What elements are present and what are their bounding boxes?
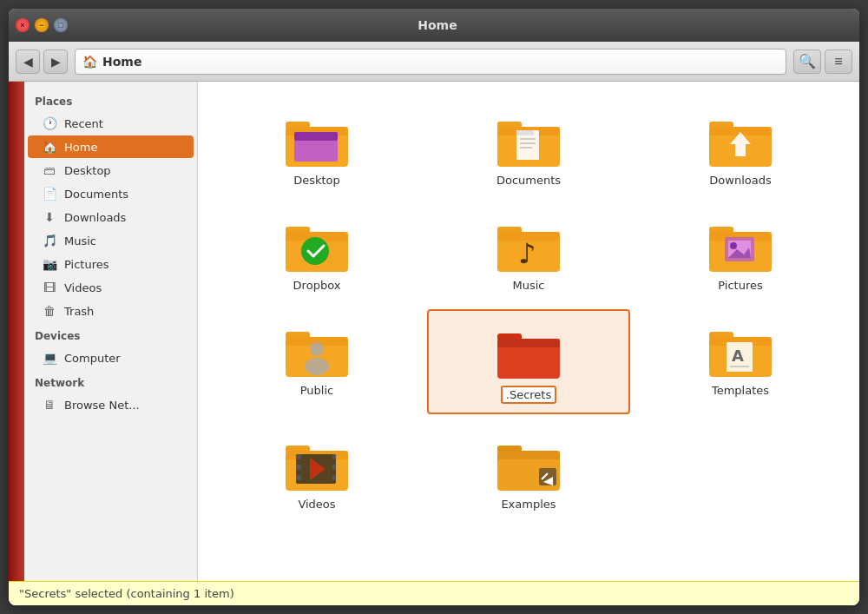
sidebar-item-pictures[interactable]: 📷 Pictures (28, 253, 194, 275)
menu-button[interactable]: ≡ (825, 50, 852, 74)
examples-folder-icon (494, 432, 563, 492)
secrets-folder-label[interactable]: .Secrets (501, 386, 556, 404)
svg-rect-55 (332, 475, 336, 480)
sidebar-label-browse-network: Browse Net... (64, 399, 140, 412)
documents-folder-icon (494, 108, 563, 168)
desktop-icon: 🗃 (42, 163, 57, 177)
svg-rect-51 (296, 465, 301, 470)
sidebar-label-downloads: Downloads (64, 211, 126, 224)
svg-rect-54 (332, 465, 336, 470)
pictures-folder-label: Pictures (718, 279, 762, 292)
sidebar-label-videos: Videos (64, 281, 102, 294)
pictures-folder-icon (706, 213, 775, 274)
file-item-downloads[interactable]: Downloads (639, 99, 842, 195)
videos-sidebar-icon: 🎞 (42, 281, 57, 294)
file-manager-window: × − □ Home ◀ ▶ 🏠 Home 🔍 ≡ Places 🕐 Recen… (9, 9, 859, 605)
sidebar-item-documents[interactable]: 📄 Documents (28, 182, 194, 205)
secrets-folder-icon (494, 320, 563, 380)
file-item-music[interactable]: ♪ Music (427, 204, 630, 300)
sidebar-label-computer: Computer (64, 352, 121, 365)
file-item-desktop[interactable]: Desktop (215, 99, 418, 195)
file-item-dropbox[interactable]: Dropbox (215, 204, 418, 300)
file-item-documents[interactable]: Documents (427, 99, 630, 195)
sidebar-label-desktop: Desktop (64, 164, 111, 177)
left-accent-bar (9, 82, 24, 581)
public-folder-icon (282, 318, 352, 379)
public-folder-label: Public (300, 384, 333, 397)
forward-button[interactable]: ▶ (43, 50, 68, 74)
search-button[interactable]: 🔍 (793, 50, 821, 74)
sidebar-item-videos[interactable]: 🎞 Videos (28, 276, 194, 299)
home-sidebar-icon: 🏠 (42, 140, 57, 154)
svg-rect-9 (516, 130, 534, 135)
downloads-folder-icon (706, 108, 775, 168)
music-folder-icon: ♪ (494, 213, 563, 274)
videos-folder-icon (282, 432, 352, 492)
music-icon: 🎵 (42, 234, 57, 248)
file-item-secrets[interactable]: .Secrets (427, 309, 630, 414)
svg-rect-53 (332, 454, 336, 459)
svg-point-20 (301, 237, 329, 265)
svg-text:A: A (732, 347, 744, 365)
file-item-templates[interactable]: A Templates (639, 309, 842, 414)
sidebar-label-pictures: Pictures (64, 258, 108, 271)
sidebar: Places 🕐 Recent 🏠 Home 🗃 Desktop 📄 Docum… (24, 82, 198, 581)
home-icon: 🏠 (82, 55, 97, 69)
file-item-pictures[interactable]: Pictures (639, 204, 842, 300)
music-folder-label: Music (513, 279, 545, 292)
sidebar-label-music: Music (64, 234, 96, 248)
sidebar-label-recent: Recent (64, 117, 103, 130)
downloads-folder-label: Downloads (709, 174, 771, 187)
file-item-public[interactable]: Public (215, 309, 418, 414)
downloads-icon: ⬇ (42, 210, 57, 224)
svg-point-35 (310, 342, 324, 356)
window-title: Home (23, 18, 852, 32)
documents-icon: 📄 (42, 187, 57, 201)
sidebar-label-documents: Documents (64, 188, 128, 201)
documents-folder-label: Documents (496, 174, 561, 187)
svg-rect-52 (296, 475, 301, 480)
content-area[interactable]: Desktop (198, 82, 859, 581)
videos-folder-label: Videos (298, 498, 335, 511)
templates-folder-icon: A (706, 318, 775, 379)
recent-icon: 🕐 (42, 116, 57, 130)
dropbox-folder-icon (282, 213, 352, 274)
sidebar-item-trash[interactable]: 🗑 Trash (28, 300, 194, 322)
sidebar-item-music[interactable]: 🎵 Music (28, 229, 194, 252)
statusbar: "Secrets" selected (containing 1 item) (9, 581, 859, 605)
svg-rect-59 (497, 451, 560, 459)
sidebar-item-home[interactable]: 🏠 Home (28, 135, 194, 158)
location-text: Home (102, 55, 141, 69)
sidebar-item-browse-network[interactable]: 🖥 Browse Net... (28, 393, 194, 416)
svg-point-36 (305, 358, 329, 375)
computer-icon: 💻 (42, 351, 57, 365)
pictures-icon: 📷 (42, 257, 57, 271)
back-button[interactable]: ◀ (16, 50, 40, 74)
dropbox-folder-label: Dropbox (293, 279, 341, 292)
examples-folder-label: Examples (501, 498, 556, 511)
status-text: "Secrets" selected (containing 1 item) (19, 587, 234, 600)
desktop-folder-label: Desktop (293, 174, 340, 187)
svg-rect-4 (294, 132, 338, 141)
svg-point-30 (730, 242, 737, 249)
network-header: Network (24, 370, 197, 393)
file-item-examples[interactable]: Examples (427, 423, 630, 519)
svg-rect-50 (296, 454, 301, 459)
sidebar-item-recent[interactable]: 🕐 Recent (28, 112, 194, 135)
titlebar: × − □ Home (9, 9, 859, 42)
templates-folder-label: Templates (712, 384, 769, 397)
sidebar-item-desktop[interactable]: 🗃 Desktop (28, 159, 194, 182)
file-item-videos[interactable]: Videos (215, 423, 418, 519)
network-icon: 🖥 (42, 398, 57, 412)
toolbar: ◀ ▶ 🏠 Home 🔍 ≡ (9, 42, 859, 82)
sidebar-item-downloads[interactable]: ⬇ Downloads (28, 206, 194, 228)
main-area: Places 🕐 Recent 🏠 Home 🗃 Desktop 📄 Docum… (9, 82, 859, 581)
desktop-folder-icon (282, 108, 352, 168)
sidebar-item-computer[interactable]: 💻 Computer (28, 347, 194, 369)
file-grid: Desktop (215, 99, 842, 563)
places-header: Places (24, 89, 197, 111)
devices-header: Devices (24, 323, 197, 346)
location-bar[interactable]: 🏠 Home (75, 49, 786, 75)
sidebar-label-trash: Trash (64, 305, 94, 318)
trash-icon: 🗑 (42, 304, 57, 318)
